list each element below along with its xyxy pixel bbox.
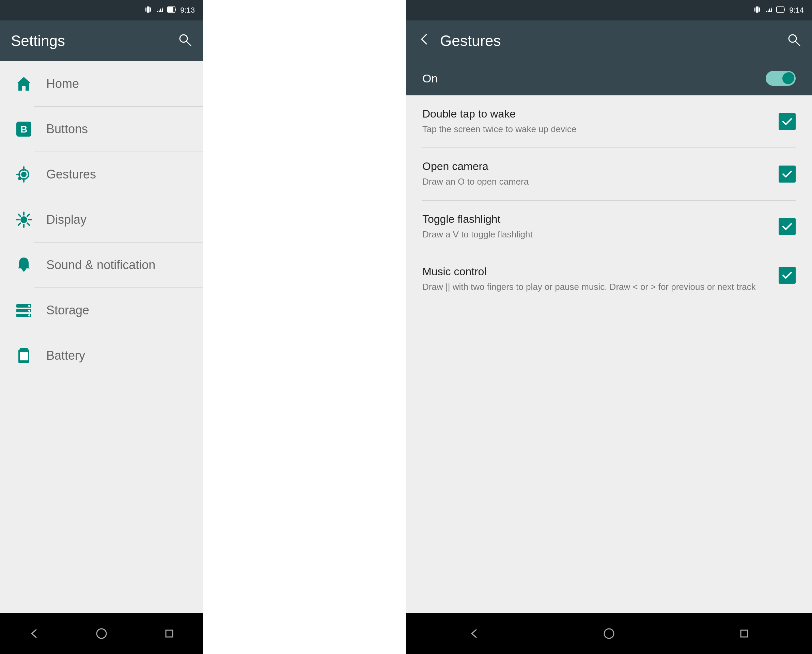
- storage-label: Storage: [46, 303, 89, 318]
- svg-point-34: [28, 315, 30, 316]
- svg-marker-44: [768, 8, 770, 12]
- svg-point-33: [28, 310, 30, 312]
- gesture-item-double-tap[interactable]: Double tap to wake Tap the screen twice …: [406, 95, 812, 148]
- svg-rect-1: [150, 8, 151, 12]
- music-control-checkbox[interactable]: [778, 267, 796, 284]
- sound-label: Sound & notification: [46, 258, 155, 272]
- svg-rect-28: [23, 268, 25, 270]
- settings-list: Home B Buttons: [0, 61, 203, 613]
- svg-rect-2: [147, 6, 150, 12]
- svg-line-25: [27, 223, 29, 225]
- settings-app-bar: Settings: [0, 20, 203, 61]
- open-camera-checkbox[interactable]: [778, 165, 796, 183]
- settings-item-storage[interactable]: Storage: [0, 288, 203, 333]
- display-icon: [14, 209, 34, 230]
- recents-nav-left[interactable]: [156, 620, 183, 647]
- double-tap-desc: Tap the screen twice to wake up device: [422, 123, 778, 135]
- svg-point-38: [97, 629, 106, 638]
- double-tap-checkbox[interactable]: [778, 113, 796, 130]
- music-control-title: Music control: [422, 265, 778, 278]
- search-icon-left[interactable]: [177, 32, 192, 50]
- svg-rect-39: [166, 630, 173, 637]
- settings-panel: 9:13 Settings Home: [0, 0, 203, 654]
- battery-icon-right: [776, 5, 786, 15]
- gesture-item-music-control[interactable]: Music control Draw || with two fingers t…: [406, 253, 812, 305]
- battery-label: Battery: [46, 348, 85, 363]
- svg-marker-45: [770, 6, 772, 12]
- settings-item-home[interactable]: Home: [0, 61, 203, 106]
- svg-point-9: [180, 35, 187, 42]
- svg-point-19: [20, 216, 27, 223]
- svg-rect-37: [20, 352, 28, 361]
- back-nav-left[interactable]: [20, 620, 47, 647]
- buttons-icon: B: [14, 119, 34, 139]
- svg-line-10: [187, 41, 191, 46]
- settings-title: Settings: [11, 32, 177, 49]
- bottom-nav-left: [0, 613, 203, 654]
- gestures-app-bar: Gestures: [406, 20, 812, 61]
- vibrate-icon-right: [753, 5, 761, 15]
- display-label: Display: [46, 212, 87, 227]
- home-nav-right[interactable]: [595, 620, 623, 647]
- status-bar-left: 9:13: [0, 0, 203, 20]
- gestures-list: Double tap to wake Tap the screen twice …: [406, 95, 812, 613]
- home-icon: [14, 73, 34, 94]
- svg-marker-3: [156, 10, 159, 12]
- svg-line-24: [18, 214, 20, 216]
- svg-point-48: [789, 35, 796, 42]
- search-icon-right[interactable]: [786, 32, 801, 50]
- music-control-text: Music control Draw || with two fingers t…: [422, 265, 778, 293]
- status-time-left: 9:13: [180, 6, 195, 15]
- settings-item-buttons[interactable]: B Buttons: [0, 107, 203, 151]
- settings-item-gestures[interactable]: Gestures: [0, 152, 203, 197]
- svg-marker-5: [161, 6, 163, 12]
- toggle-label: On: [422, 72, 766, 85]
- settings-item-battery[interactable]: Battery: [0, 333, 203, 378]
- gestures-panel: 9:14 Gestures On Double tap to wake: [406, 0, 812, 654]
- toggle-flashlight-checkbox[interactable]: [778, 218, 796, 235]
- svg-rect-51: [741, 630, 748, 637]
- bottom-nav-right: [406, 613, 812, 654]
- gestures-toggle-bar: On: [406, 61, 812, 95]
- gestures-icon: [14, 164, 34, 185]
- svg-rect-35: [20, 348, 28, 350]
- svg-rect-40: [754, 8, 756, 12]
- toggle-flashlight-title: Toggle flashlight: [422, 213, 778, 226]
- settings-item-sound[interactable]: Sound & notification: [0, 243, 203, 287]
- buttons-label: Buttons: [46, 122, 88, 136]
- open-camera-text: Open camera Draw an O to open camera: [422, 160, 778, 188]
- sound-icon: [14, 255, 34, 275]
- svg-rect-8: [168, 8, 173, 12]
- status-time-right: 9:14: [789, 6, 804, 15]
- svg-point-18: [18, 177, 21, 180]
- back-nav-right[interactable]: [460, 620, 487, 647]
- svg-point-50: [604, 629, 614, 638]
- home-nav-left[interactable]: [88, 620, 115, 647]
- svg-line-49: [796, 41, 800, 46]
- battery-status-icon: [167, 5, 177, 15]
- toggle-flashlight-desc: Draw a V to toggle flashlight: [422, 228, 778, 240]
- gesture-item-toggle-flashlight[interactable]: Toggle flashlight Draw a V to toggle fla…: [406, 201, 812, 253]
- gestures-label: Gestures: [46, 167, 96, 182]
- back-button[interactable]: [417, 32, 432, 50]
- svg-marker-4: [159, 8, 161, 12]
- settings-item-display[interactable]: Display: [0, 197, 203, 242]
- svg-marker-43: [765, 10, 768, 12]
- open-camera-title: Open camera: [422, 160, 778, 173]
- double-tap-text: Double tap to wake Tap the screen twice …: [422, 108, 778, 135]
- signal-icon: [156, 5, 164, 15]
- storage-icon: [14, 300, 34, 321]
- gesture-item-open-camera[interactable]: Open camera Draw an O to open camera: [406, 148, 812, 200]
- svg-rect-0: [145, 8, 147, 12]
- svg-rect-41: [759, 8, 760, 12]
- status-bar-right: 9:14: [406, 0, 812, 20]
- gestures-title: Gestures: [440, 32, 786, 49]
- svg-point-32: [28, 305, 30, 307]
- svg-text:B: B: [20, 124, 27, 134]
- toggle-flashlight-text: Toggle flashlight Draw a V to toggle fla…: [422, 213, 778, 240]
- gestures-toggle-switch[interactable]: [766, 71, 796, 86]
- recents-nav-right[interactable]: [731, 620, 758, 647]
- double-tap-title: Double tap to wake: [422, 108, 778, 120]
- vibrate-icon: [144, 5, 152, 15]
- svg-rect-46: [777, 7, 784, 12]
